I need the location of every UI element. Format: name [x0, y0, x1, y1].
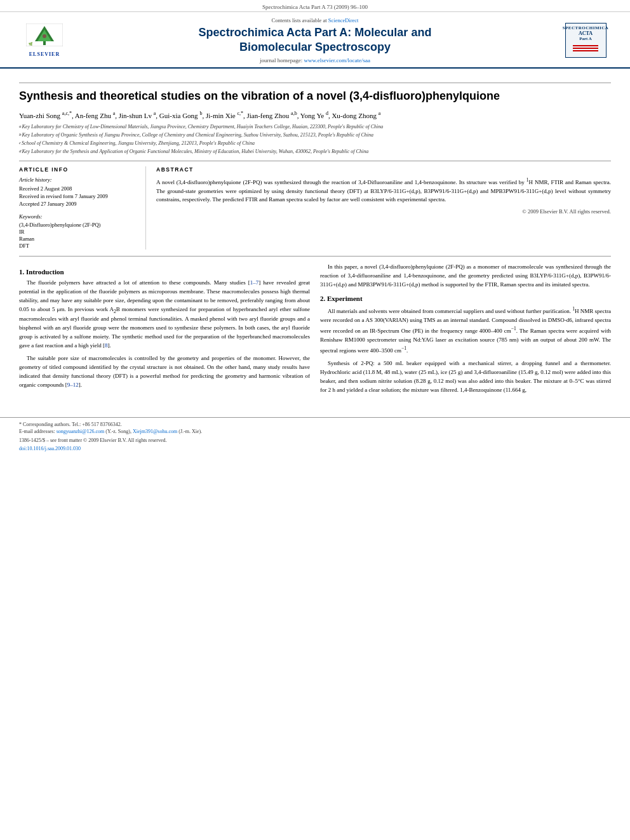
received-date: Received 2 August 2008 [19, 185, 138, 192]
main-body: 1. Introduction The fluoride polymers ha… [19, 263, 611, 398]
issn-note: 1386-1425/$ – see front matter © 2009 El… [19, 437, 611, 444]
header-banner: 🌿 ELSEVIER Contents lists available at S… [0, 12, 630, 69]
intro-section-title: 1. Introduction [19, 268, 310, 276]
copyright-line: © 2009 Elsevier B.V. All rights reserved… [156, 208, 611, 215]
email1-link[interactable]: songyuanzhi@126.com [57, 429, 105, 434]
contents-available-line: Contents lists available at ScienceDirec… [70, 17, 560, 23]
doi-line: doi:10.1016/j.saa.2009.01.030 [19, 446, 611, 451]
left-col: 1. Introduction The fluoride polymers ha… [19, 263, 310, 398]
corresponding-note: * Corresponding authors. Tel.: +86 517 8… [19, 422, 611, 427]
email2-link[interactable]: Xiejm391@sohu.com [133, 429, 177, 434]
elsevier-logo: 🌿 ELSEVIER [19, 23, 70, 57]
accepted-date: Accepted 27 January 2009 [19, 201, 138, 207]
journal-main-title: Spectrochimica Acta Part A: Molecular an… [70, 25, 560, 55]
email-line: E-mail addresses: songyuanzhi@126.com (Y… [19, 428, 611, 436]
info-abstract-row: ARTICLE INFO Article history: Received 2… [19, 166, 611, 250]
abstract-header: ABSTRACT [156, 166, 611, 173]
keywords-label: Keywords: [19, 213, 138, 220]
affil-b: b Key Laboratory of Organic Synthesis of… [19, 131, 611, 139]
logo-text-line3: Part A [579, 36, 592, 41]
article-title: Synthesis and theoretical studies on the… [19, 88, 611, 103]
sciencedirect-link[interactable]: ScienceDirect [328, 17, 359, 23]
experiment-section-title: 2. Experiment [320, 295, 611, 302]
logo-text-line1: SPECTROCHIMICA [563, 25, 609, 30]
page-footer: * Corresponding authors. Tel.: +86 517 8… [0, 417, 630, 455]
journal-reference: Spectrochimica Acta Part A 73 (2009) 96–… [0, 0, 630, 12]
abstract-text: A novel (3,4-disfluoro)phenylquione (2F-… [156, 177, 611, 204]
elsevier-wordmark: ELSEVIER [29, 51, 60, 57]
journal-homepage-link[interactable]: www.elsevier.com/locate/saa [304, 57, 370, 63]
keyword-3: Raman [19, 236, 138, 242]
affil-a: a Key Laboratory for Chemistry of Low-Di… [19, 123, 611, 131]
intro-para-2: The suitable pore size of macromolecules… [19, 354, 310, 390]
body-divider [19, 161, 611, 161]
ref-9-12[interactable]: 9–12 [67, 382, 79, 388]
article-content: Synthesis and theoretical studies on the… [0, 69, 630, 408]
header-divider [19, 83, 611, 83]
article-info-header: ARTICLE INFO [19, 166, 138, 173]
keyword-2: IR [19, 229, 138, 235]
right-intro-para: In this paper, a novel (3,4-disfluoro)ph… [320, 263, 611, 290]
page: Spectrochimica Acta Part A 73 (2009) 96–… [0, 0, 630, 840]
ref-1-7[interactable]: 1–7 [250, 279, 259, 286]
doi-link[interactable]: doi:10.1016/j.saa.2009.01.030 [19, 446, 81, 451]
abstract-col: ABSTRACT A novel (3,4-disfluoro)phenylqu… [156, 166, 611, 250]
svg-text:🌿: 🌿 [29, 42, 33, 46]
experiment-para-2: Synthesis of 2-PQ: a 500 mL beaker equip… [320, 359, 611, 395]
ref-8[interactable]: 8 [105, 342, 108, 349]
svg-rect-6 [573, 48, 598, 49]
affil-c: c School of Chemistry & Chemical Enginee… [19, 140, 611, 147]
revised-date: Received in revised form 7 January 2009 [19, 193, 138, 199]
intro-para-1: The fluoride polymers have attracted a l… [19, 279, 310, 350]
journal-homepage-line: journal homepage: www.elsevier.com/locat… [70, 57, 560, 63]
authors-line: Yuan-zhi Song a,c,*, An-feng Zhu a, Jin-… [19, 110, 611, 121]
article-info-col: ARTICLE INFO Article history: Received 2… [19, 166, 146, 250]
keyword-4: DFT [19, 243, 138, 249]
svg-rect-7 [573, 50, 598, 51]
keyword-1: (3,4-Disfluoro)phenylquione (2F-PQ) [19, 222, 138, 228]
journal-ref-text: Spectrochimica Acta Part A 73 (2009) 96–… [262, 4, 368, 10]
svg-rect-8 [573, 45, 598, 46]
right-col: In this paper, a novel (3,4-disfluoro)ph… [320, 263, 611, 398]
journal-logo-box: SPECTROCHIMICA ACTA Part A [565, 23, 607, 58]
svg-point-4 [43, 34, 46, 38]
affil-d: d Key Laboratory for the Synthesis and A… [19, 148, 611, 156]
journal-title-block: Contents lists available at ScienceDirec… [70, 17, 560, 63]
logo-text-line2: ACTA [579, 30, 593, 36]
section-divider [19, 256, 611, 257]
keywords-section: Keywords: (3,4-Disfluoro)phenylquione (2… [19, 213, 138, 249]
journal-logo-right: SPECTROCHIMICA ACTA Part A [560, 23, 611, 58]
experiment-para-1: All materials and solvents were obtained… [320, 305, 611, 356]
elsevier-tree-image: 🌿 [26, 23, 63, 50]
affiliations: a Key Laboratory for Chemistry of Low-Di… [19, 123, 611, 156]
history-label: Article history: [19, 177, 138, 183]
